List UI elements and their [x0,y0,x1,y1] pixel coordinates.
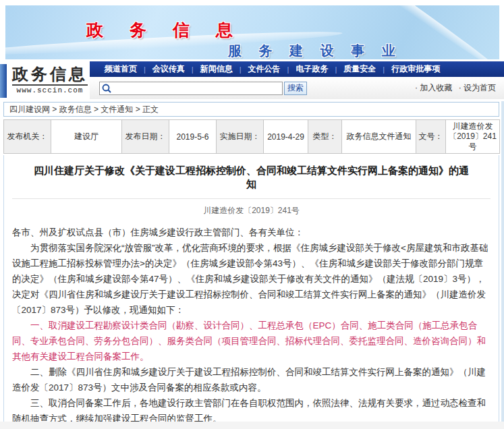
search-input[interactable] [99,82,283,95]
article-paragraph-2: 一、取消建设工程勘察设计类合同（勘察、设计合同）、工程总承包（EPC）合同、施工… [12,318,491,364]
main-nav: 频道首页|会议传真|新闻信息|文件公告|电子政务|质量安全|行政审批事项 [90,61,504,77]
article-paragraph-0: 各市、州及扩权试点县（市）住房城乡建设行政主管部门、各有关单位： [12,225,491,240]
nav-item-3[interactable]: 文件公告 [242,63,287,75]
header: 政务信息 www.sccin.com 频道首页|会议传真|新闻信息|文件公告|电… [0,61,504,99]
search-button[interactable]: 搜索 [284,82,307,95]
meta-table: 发布机关：建设厅发布日期：2019-5-6实施日期：2019-4-29类型：政务… [3,119,500,154]
article: 四川住建厅关于修改《关于建设工程招标控制价、合同和竣工结算文件实行网上备案的通知… [3,155,499,429]
article-paragraph-1: 为贯彻落实国务院深化“放管服”改革，优化营商环境的要求，根据《住房城乡建设部关于… [12,240,491,318]
logo-title: 政务信息 [12,65,88,83]
meta-label-0: 发布机关： [4,120,51,154]
meta-value-4: 川建造价发〔2019〕241号 [446,120,500,154]
meta-value-0: 建设厅 [51,120,122,154]
meta-value-3: 政务信息文件通知 [342,120,416,154]
site-logo[interactable]: 政务信息 www.sccin.com [0,61,90,99]
nav-item-1[interactable]: 会议传真 [146,63,192,75]
article-paragraph-3: 二、删除《四川省住房和城乡建设厅关于建设工程招标控制价、合同和竣工结算文件实行网… [12,364,491,395]
logo-bar-decoration [0,64,7,98]
nav-item-6[interactable]: 行政审批事项 [385,63,447,75]
search-icon [101,83,112,94]
nav-item-5[interactable]: 质量安全 [337,63,383,75]
header-right-column: 频道首页|会议传真|新闻信息|文件公告|电子政务|质量安全|行政审批事项 搜索 … [90,61,504,99]
banner-subtitle: 服 务 建 设 事 业 [228,42,402,59]
nav-item-2[interactable]: 新闻信息 [194,63,240,75]
logo-url: www.sccin.com [12,84,88,94]
banner-title: 政 务 信 息 [86,19,244,41]
document-number: 川建造价发〔2019〕241号 [12,199,491,225]
right-edge-border [501,101,504,422]
logo-text: 政务信息 www.sccin.com [12,64,88,94]
top-banner: 政 务 信 息 服 务 建 设 事 业 [5,5,499,59]
nav-item-4[interactable]: 电子政务 [289,63,335,75]
search-row: 搜索 · 加入收藏 · 设为首页 [90,77,504,99]
nav-item-0[interactable]: 频道首页 [98,63,144,75]
search-field-wrap [99,82,283,95]
set-homepage-link[interactable]: · 设为首页 [459,83,496,92]
footer-strip [0,422,504,429]
page: 政 务 信 息 服 务 建 设 事 业 政务信息 www.sccin.com 频… [0,0,504,429]
article-body: 各市、州及扩权试点县（市）住房城乡建设行政主管部门、各有关单位：为贯彻落实国务院… [12,225,491,429]
add-favorite-link[interactable]: · 加入收藏 [415,83,452,92]
meta-label-2: 实施日期： [217,120,264,154]
meta-value-1: 2019-5-6 [169,120,217,154]
article-title: 四川住建厅关于修改《关于建设工程招标控制价、合同和竣工结算文件实行网上备案的通知… [12,155,491,199]
meta-table-row: 发布机关：建设厅发布日期：2019-5-6实施日期：2019-4-29类型：政务… [4,120,500,154]
quick-links: · 加入收藏 · 设为首页 [411,82,499,94]
meta-value-2: 2019-4-29 [264,120,308,154]
meta-label-1: 发布日期： [122,120,169,154]
meta-label-3: 类型： [308,120,342,154]
breadcrumb[interactable]: 四川建设网 > 政务信息 > 文件通知 > 正文 [3,102,499,117]
meta-label-4: 文号： [416,120,446,154]
